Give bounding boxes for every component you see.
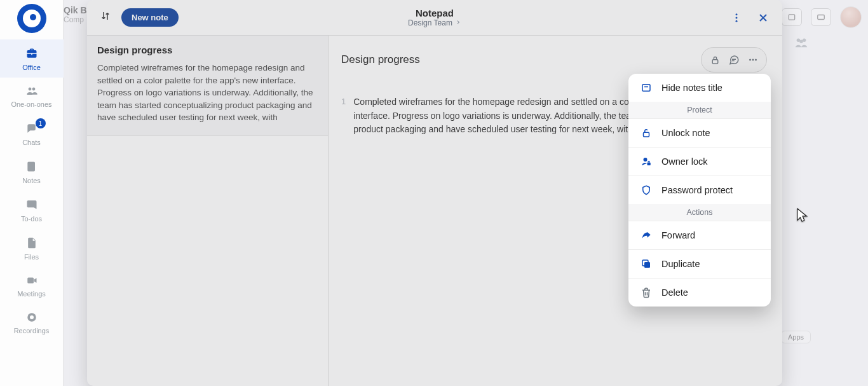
note-item-title: Design progress [97, 45, 318, 55]
sidebar-item-chats[interactable]: Chats 1 [0, 114, 64, 153]
briefcase-icon [25, 47, 39, 61]
svg-point-19 [644, 158, 648, 162]
dd-label: Delete [661, 287, 688, 298]
svg-point-4 [30, 315, 34, 319]
svg-point-11 [736, 17, 738, 19]
people-icon [24, 85, 39, 98]
chats-badge: 1 [36, 118, 46, 128]
note-line-number: 1 [341, 95, 346, 137]
new-note-label: New note [132, 13, 168, 22]
svg-point-10 [736, 13, 738, 15]
trash-icon [640, 287, 653, 298]
dd-label: Owner lock [661, 156, 708, 167]
files-icon [25, 237, 38, 251]
record-icon [26, 312, 37, 324]
modal-title: Notepad [408, 8, 461, 18]
todos-icon [25, 198, 38, 212]
dd-forward[interactable]: Forward [628, 221, 771, 249]
dd-label: Unlock note [661, 128, 710, 138]
sidebar-item-one-on-ones[interactable]: One-on-ones [0, 78, 64, 114]
title-toggle-icon [640, 82, 653, 93]
svg-rect-18 [644, 132, 649, 137]
left-sidebar: Office One-on-ones Chats 1 Notes To-dos … [0, 0, 64, 386]
dd-unlock-note[interactable]: Unlock note [628, 118, 771, 147]
sidebar-label: To-dos [21, 215, 42, 223]
dd-label: Forward [661, 230, 695, 240]
svg-point-12 [736, 20, 738, 22]
note-more-icon[interactable] [743, 50, 763, 69]
sidebar-label: Files [24, 253, 39, 261]
svg-point-0 [28, 88, 31, 91]
dd-section-actions: Actions [628, 204, 771, 221]
modal-header: New note Notepad Design Team [87, 0, 782, 36]
sidebar-item-files[interactable]: Files [0, 229, 64, 267]
sidebar-label: Notes [22, 177, 41, 184]
svg-rect-13 [712, 59, 718, 63]
new-note-button[interactable]: New note [121, 8, 179, 27]
sidebar-item-meetings[interactable]: Meetings [0, 267, 64, 304]
dd-label: Password protect [661, 185, 733, 195]
sidebar-item-notes[interactable]: Notes [0, 153, 64, 191]
svg-point-15 [752, 59, 754, 61]
dd-duplicate[interactable]: Duplicate [628, 249, 771, 278]
dd-owner-lock[interactable]: Owner lock [628, 147, 771, 176]
note-item-preview: Completed wireframes for the homepage re… [97, 62, 318, 124]
note-list-item[interactable]: Design progress Completed wireframes for… [87, 36, 328, 136]
sidebar-label: Recordings [14, 327, 50, 334]
sidebar-item-todos[interactable]: To-dos [0, 191, 64, 229]
meetings-icon [25, 275, 39, 287]
dd-password-protect[interactable]: Password protect [628, 176, 771, 204]
note-options-dropdown: Hide notes title Protect Unlock note Own… [628, 74, 771, 307]
duplicate-icon [640, 258, 653, 270]
notes-icon [25, 160, 38, 174]
forward-icon [640, 230, 653, 241]
sidebar-item-recordings[interactable]: Recordings [0, 304, 64, 341]
modal-close-button[interactable] [753, 8, 773, 28]
chevron-right-icon [455, 18, 461, 27]
note-detail-actions [701, 47, 767, 72]
dd-hide-title[interactable]: Hide notes title [628, 74, 771, 102]
svg-point-14 [749, 59, 751, 61]
svg-rect-21 [644, 262, 650, 268]
app-logo [17, 4, 46, 33]
shield-icon [640, 184, 653, 196]
note-list: Design progress Completed wireframes for… [87, 36, 329, 386]
owner-lock-icon [640, 156, 653, 167]
sidebar-label: Meetings [17, 290, 46, 298]
sidebar-label: Chats [22, 139, 41, 146]
dd-label: Hide notes title [661, 83, 722, 93]
notepad-modal: New note Notepad Design Team Design pr [87, 0, 782, 386]
svg-point-16 [755, 59, 757, 61]
unlock-icon [640, 127, 653, 139]
note-lock-icon[interactable] [705, 50, 724, 69]
note-detail-title: Design progress [341, 53, 420, 66]
svg-rect-20 [648, 163, 651, 166]
dd-label: Duplicate [661, 259, 700, 269]
dd-delete[interactable]: Delete [628, 278, 771, 307]
sort-icon[interactable] [100, 10, 111, 25]
svg-rect-17 [642, 85, 650, 92]
note-comment-icon[interactable] [724, 50, 743, 69]
dd-section-protect: Protect [628, 102, 771, 118]
sidebar-label: One-on-ones [11, 100, 51, 108]
svg-point-1 [32, 88, 35, 91]
sidebar-item-office[interactable]: Office [0, 39, 64, 78]
svg-rect-2 [27, 278, 34, 284]
modal-subtitle-text: Design Team [408, 18, 452, 27]
modal-subtitle[interactable]: Design Team [408, 18, 461, 27]
sidebar-label: Office [22, 64, 41, 71]
modal-more-vert-button[interactable] [726, 8, 747, 28]
